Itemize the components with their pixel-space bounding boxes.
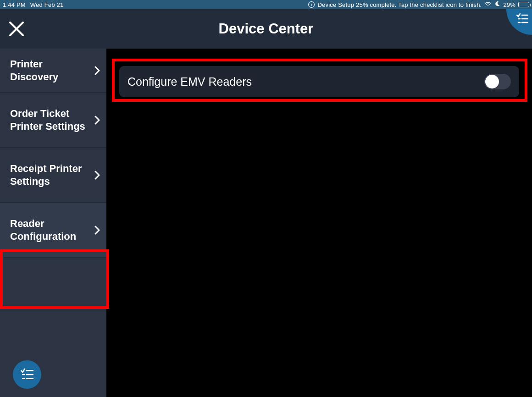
app-root: 1:44 PM Wed Feb 21 i Device Setup 25% co… xyxy=(0,0,532,397)
sidebar-item-receipt-printer-settings[interactable]: Receipt Printer Settings xyxy=(0,148,106,203)
info-icon: i xyxy=(308,1,315,8)
chevron-right-icon xyxy=(94,171,100,180)
page-title: Device Center xyxy=(219,21,314,37)
checklist-button[interactable] xyxy=(506,9,532,35)
status-bar: 1:44 PM Wed Feb 21 i Device Setup 25% co… xyxy=(0,0,532,9)
do-not-disturb-icon xyxy=(494,1,500,8)
sidebar-item-order-ticket-printer-settings[interactable]: Order Ticket Printer Settings xyxy=(0,93,106,148)
toggle-knob xyxy=(485,75,499,88)
chevron-right-icon xyxy=(94,226,100,235)
close-button[interactable] xyxy=(8,21,25,37)
sidebar: Printer Discovery Order Ticket Printer S… xyxy=(0,49,106,397)
chevron-right-icon xyxy=(94,116,100,125)
sidebar-item-printer-discovery[interactable]: Printer Discovery xyxy=(0,49,106,93)
battery-percent: 29% xyxy=(503,1,515,8)
close-icon xyxy=(8,21,25,37)
configure-emv-label: Configure EMV Readers xyxy=(127,75,252,88)
battery-icon xyxy=(518,2,529,7)
sidebar-item-label: Order Ticket Printer Settings xyxy=(10,107,94,132)
sidebar-item-label: Receipt Printer Settings xyxy=(10,162,94,187)
sidebar-item-reader-configuration[interactable]: Reader Configuration xyxy=(0,203,106,258)
wifi-icon xyxy=(484,1,492,8)
header-bar: Device Center xyxy=(0,9,532,49)
chevron-right-icon xyxy=(94,66,100,75)
checklist-fab[interactable] xyxy=(13,360,41,389)
status-bar-left: 1:44 PM Wed Feb 21 xyxy=(3,1,63,8)
checklist-icon xyxy=(21,368,33,381)
status-setup-message: Device Setup 25% complete. Tap the check… xyxy=(317,1,482,8)
sidebar-item-label: Printer Discovery xyxy=(10,58,94,83)
configure-emv-row: Configure EMV Readers xyxy=(119,66,519,97)
sidebar-item-label: Reader Configuration xyxy=(10,217,94,243)
main-panel: Configure EMV Readers xyxy=(106,49,532,397)
status-date: Wed Feb 21 xyxy=(30,1,64,8)
body: Printer Discovery Order Ticket Printer S… xyxy=(0,49,532,397)
configure-emv-toggle[interactable] xyxy=(484,74,511,89)
checklist-icon xyxy=(516,13,528,25)
status-time: 1:44 PM xyxy=(3,1,26,8)
status-bar-right: i Device Setup 25% complete. Tap the che… xyxy=(308,1,529,8)
